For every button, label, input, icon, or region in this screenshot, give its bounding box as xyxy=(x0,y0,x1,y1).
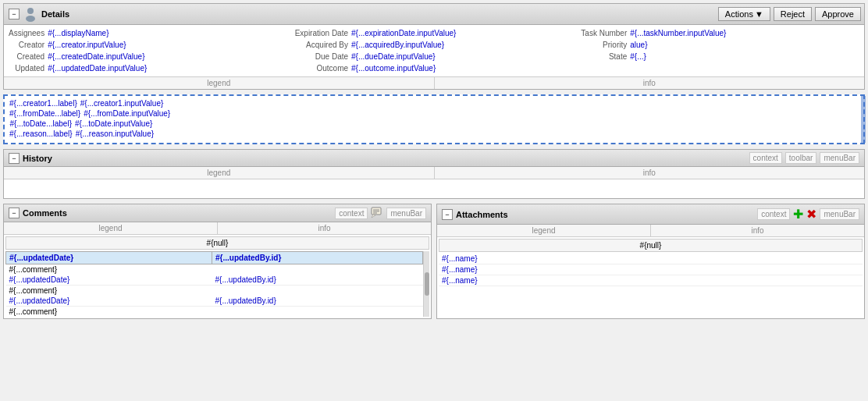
attachments-title: Attachments xyxy=(456,210,508,219)
history-collapse-btn[interactable]: − xyxy=(9,153,20,164)
attachments-legend-section: legend xyxy=(437,225,651,236)
comments-context-label: context xyxy=(335,208,368,219)
comments-null-row: #{null} xyxy=(5,236,429,250)
history-body xyxy=(4,179,864,198)
attachments-toolbar-area: context ✚ ✖ menuBar xyxy=(757,207,859,222)
middle-label-1: #{...fromDate...label} xyxy=(9,109,80,118)
table-row: #{...comment} xyxy=(6,286,423,296)
main-container: − Details toolbar Assignees #{...display… xyxy=(0,0,868,401)
details-right-fields: Task Number #{...taskNumber.inputValue} … xyxy=(581,28,859,73)
history-toolbar-label: toolbar xyxy=(785,152,817,164)
field-label-acquired: Acquired By xyxy=(295,40,348,50)
attachment-name-1: #{...name} xyxy=(439,264,863,275)
details-info-section: info xyxy=(435,77,865,89)
details-legend-section: legend xyxy=(4,77,435,89)
person-icon xyxy=(23,6,38,22)
comment-text-1: #{...comment} xyxy=(6,286,423,296)
middle-label-0: #{...creator1...label} xyxy=(9,99,77,108)
field-value-updated: #{...updatedDate.inputValue} xyxy=(48,63,287,73)
field-label-state: State xyxy=(581,51,627,62)
field-label-creator: Creator xyxy=(9,40,44,50)
field-value-state: #{...} xyxy=(630,51,859,62)
table-row: #{...comment} xyxy=(6,307,423,318)
comments-title: Comments xyxy=(23,208,67,218)
scrollbar-thumb xyxy=(425,272,429,296)
attachments-header: − Attachments context ✚ ✖ menuBar xyxy=(437,204,864,225)
field-value-acquired: #{...acquiredBy.inputValue} xyxy=(351,40,573,50)
history-title: History xyxy=(23,154,52,163)
comments-legend-bar: legend info xyxy=(4,222,431,235)
actions-button[interactable]: Actions ▼ xyxy=(718,7,770,21)
field-value-assignees: #{...displayName} xyxy=(48,28,287,38)
history-info-section: info xyxy=(435,167,865,179)
comments-body: #{null} #{...updatedDate} #{...updatedBy… xyxy=(4,235,431,318)
field-value-outcome: #{...outcome.inputValue} xyxy=(351,63,573,73)
field-label-updated: Updated xyxy=(9,63,44,73)
right-indicator xyxy=(861,96,866,143)
table-row: #{...updatedDate} #{...updatedBy.id} xyxy=(6,296,423,307)
attachments-context-label: context xyxy=(757,208,790,220)
attachments-body: #{null} #{...name} #{...name} #{...name} xyxy=(437,237,864,288)
middle-value-1: #{...fromDate.inputValue} xyxy=(84,109,170,118)
middle-row-1: #{...fromDate...label} #{...fromDate.inp… xyxy=(9,109,859,118)
comment-text-2: #{...comment} xyxy=(6,307,423,318)
comments-toolbar-area: context menuBar xyxy=(335,207,426,219)
comments-menubar-label: menuBar xyxy=(386,208,426,219)
details-legend-bar: legend info xyxy=(4,76,864,89)
history-context-label: context xyxy=(749,152,782,164)
attachments-table: #{...name} #{...name} #{...name} xyxy=(439,254,863,286)
field-label-assignees: Assignees xyxy=(9,28,44,38)
add-attachment-icon[interactable]: ✚ xyxy=(793,207,803,222)
comments-icon[interactable] xyxy=(371,207,383,219)
comments-table: #{...updatedDate} #{...updatedBy.id} #{.… xyxy=(5,251,423,317)
comments-col2-header: #{...updatedBy.id} xyxy=(212,252,423,264)
details-panel: − Details toolbar Assignees #{...display… xyxy=(3,3,865,90)
middle-label-2: #{...toDate...label} xyxy=(9,119,72,128)
details-collapse-btn[interactable]: − xyxy=(9,9,20,20)
field-label-created: Created xyxy=(9,51,44,62)
table-row: #{...comment} xyxy=(6,264,423,275)
comment-text-0: #{...comment} xyxy=(6,264,423,275)
history-legend-section: legend xyxy=(4,167,435,179)
comments-content: #{...updatedDate} #{...updatedBy.id} #{.… xyxy=(5,251,423,317)
attachment-name-2: #{...name} xyxy=(439,275,863,286)
attachments-info-section: info xyxy=(651,225,864,236)
comments-header: − Comments context menuBar xyxy=(4,204,431,222)
svg-marker-3 xyxy=(372,215,375,218)
middle-section: #{...creator1...label} #{...creator1.inp… xyxy=(3,94,865,144)
comment-date-1: #{...updatedDate} xyxy=(6,275,212,286)
field-label-outcome: Outcome xyxy=(295,63,348,73)
field-value-expiration: #{...expirationDate.inputValue} xyxy=(351,28,573,38)
field-label-priority: Priority xyxy=(581,40,627,50)
field-value-creator: #{...creator.inputValue} xyxy=(48,40,287,50)
reject-button[interactable]: Reject xyxy=(774,7,812,21)
bottom-panels: − Comments context menuBar xyxy=(3,204,865,319)
comments-legend-section: legend xyxy=(4,222,218,234)
list-item: #{...name} xyxy=(439,275,863,286)
delete-attachment-icon[interactable]: ✖ xyxy=(806,207,816,222)
svg-point-0 xyxy=(27,8,34,14)
attachment-name-0: #{...name} xyxy=(439,254,863,264)
approve-button[interactable]: Approve xyxy=(815,7,861,21)
middle-value-3: #{...reason.inputValue} xyxy=(76,130,154,138)
comments-col1-header: #{...updatedDate} xyxy=(6,252,212,264)
middle-row-2: #{...toDate...label} #{...toDate.inputVa… xyxy=(9,119,859,128)
actions-area: Actions ▼ Reject Approve xyxy=(718,7,861,21)
comments-collapse-btn[interactable]: − xyxy=(9,208,20,218)
middle-label-3: #{...reason...label} xyxy=(9,130,73,138)
list-item: #{...name} xyxy=(439,254,863,264)
comments-scrollbar[interactable] xyxy=(423,251,429,317)
attachments-legend-bar: legend info xyxy=(437,225,864,237)
history-legend-bar: legend info xyxy=(4,167,864,179)
comment-date-2: #{...updatedDate} xyxy=(6,296,212,307)
details-left-fields: Assignees #{...displayName} Creator #{..… xyxy=(9,28,287,73)
history-toolbar-area: context toolbar menuBar xyxy=(749,152,859,164)
middle-value-0: #{...creator1.inputValue} xyxy=(80,99,164,108)
middle-value-2: #{...toDate.inputValue} xyxy=(75,119,152,128)
field-value-tasknumber: #{...taskNumber.inputValue} xyxy=(630,28,859,38)
attachments-collapse-btn[interactable]: − xyxy=(442,209,453,220)
attachments-panel: − Attachments context ✚ ✖ menuBar legend… xyxy=(436,204,865,319)
comment-author-1: #{...updatedBy.id} xyxy=(212,275,423,286)
comments-table-container: #{...updatedDate} #{...updatedBy.id} #{.… xyxy=(5,251,429,317)
details-title: Details xyxy=(41,9,69,19)
